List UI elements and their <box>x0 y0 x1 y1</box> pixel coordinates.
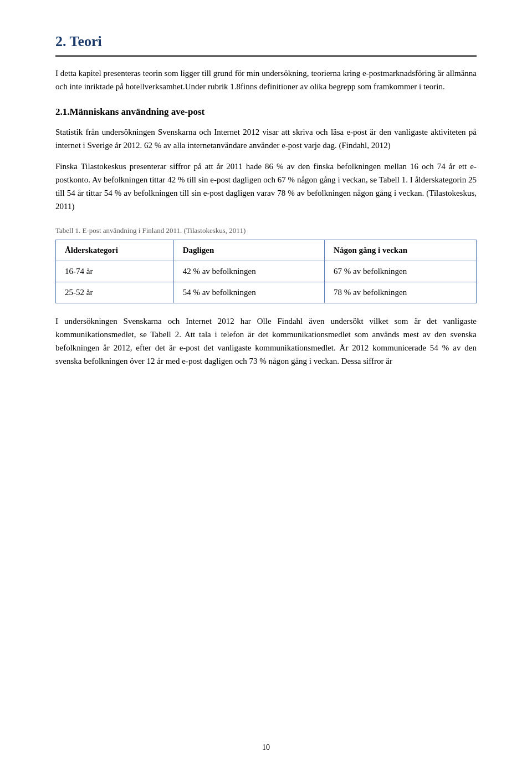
section-2-1-paragraph-1: Statistik från undersökningen Svenskarna… <box>55 125 477 152</box>
table-row: 25-52 år 54 % av befolkningen 78 % av be… <box>56 282 477 303</box>
table-cell-age-1: 16-74 år <box>56 261 174 282</box>
chapter-title: 2. Teori <box>55 33 477 50</box>
table-header-alderskategori: Ålderskategori <box>56 240 174 261</box>
table-cell-weekly-2: 78 % av befolkningen <box>325 282 477 303</box>
after-table-paragraph-1: I undersökningen Svenskarna och Internet… <box>55 314 477 368</box>
page-number: 10 <box>262 743 270 752</box>
table-header-row: Ålderskategori Dagligen Någon gång i vec… <box>56 240 477 261</box>
intro-paragraph: I detta kapitel presenteras teorin som l… <box>55 67 477 93</box>
table-cell-daily-2: 54 % av befolkningen <box>173 282 324 303</box>
table-header-dagligen: Dagligen <box>173 240 324 261</box>
section-2-1-title: 2.1.Människans användning ave-post <box>55 106 477 118</box>
table-epost-finland: Ålderskategori Dagligen Någon gång i vec… <box>55 240 477 303</box>
table-cell-daily-1: 42 % av befolkningen <box>173 261 324 282</box>
page: 2. Teori I detta kapitel presenteras teo… <box>0 0 532 772</box>
table-cell-age-2: 25-52 år <box>56 282 174 303</box>
table-header-nagon-gang: Någon gång i veckan <box>325 240 477 261</box>
chapter-divider <box>55 55 477 57</box>
table-caption: Tabell 1. E-post användning i Finland 20… <box>55 226 477 235</box>
section-2-1-paragraph-2: Finska Tilastokeskus presenterar siffror… <box>55 160 477 213</box>
table-row: 16-74 år 42 % av befolkningen 67 % av be… <box>56 261 477 282</box>
table-cell-weekly-1: 67 % av befolkningen <box>325 261 477 282</box>
